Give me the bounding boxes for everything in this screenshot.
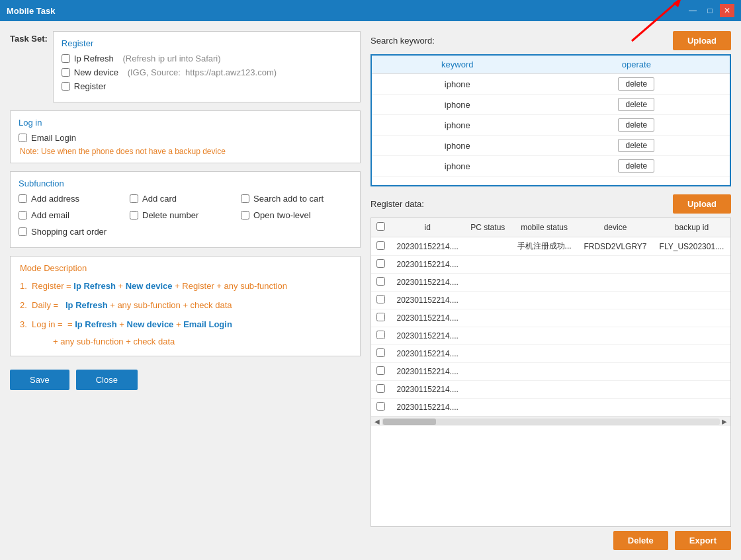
mode-item-1: 1. Register = Ip Refresh + New device + …: [20, 280, 351, 294]
maximize-button[interactable]: □: [703, 4, 717, 17]
title-bar: Mobile Task — □ ✕: [0, 0, 741, 21]
add-address-checkbox[interactable]: [19, 194, 27, 203]
register-table-body: 202301152214....手机注册成功...FRDSD2VLGRY7FLY…: [371, 237, 730, 417]
row-checkbox[interactable]: [376, 277, 385, 286]
row-checkbox[interactable]: [376, 295, 385, 303]
id-cell: 202301152214....: [390, 327, 464, 345]
add-card-checkbox[interactable]: [130, 194, 138, 203]
device-cell: [578, 256, 653, 274]
email-login-checkbox[interactable]: [19, 134, 27, 142]
select-all-checkbox[interactable]: [376, 222, 385, 231]
device-cell: [578, 292, 653, 309]
row-checkbox[interactable]: [376, 331, 385, 339]
mobile_status-cell: [511, 363, 578, 381]
row-checkbox-cell: [371, 256, 390, 274]
add-email-row: Add email: [19, 210, 130, 220]
delete-keyword-button[interactable]: delete: [618, 98, 654, 111]
device-cell: FRDSD2VLGRY7: [578, 237, 653, 256]
delete-button[interactable]: Delete: [613, 531, 668, 550]
pc_status-cell: [464, 345, 511, 363]
delete-keyword-button[interactable]: delete: [618, 118, 654, 132]
minimize-button[interactable]: —: [685, 4, 700, 17]
register-table-row: 202301152214....: [371, 327, 730, 345]
search-add-cart-row: Search add to cart: [241, 194, 352, 204]
delete-keyword-button[interactable]: delete: [618, 159, 654, 173]
pc_status-cell: [464, 381, 511, 399]
horizontal-scrollbar[interactable]: ◀ ▶: [371, 417, 730, 426]
row-checkbox-cell: [371, 363, 390, 381]
mode-title: Mode Description: [20, 263, 351, 273]
search-table-wrapper[interactable]: keyword operate iphonedeleteiphonedelete…: [370, 54, 731, 186]
delete-number-row: Delete number: [130, 210, 241, 220]
scroll-left-arrow[interactable]: ◀: [372, 418, 382, 425]
scroll-right-arrow[interactable]: ▶: [720, 418, 729, 425]
ip-refresh-hint: (Refresh ip url into Safari): [120, 54, 221, 63]
row-checkbox[interactable]: [376, 384, 385, 393]
register-table-wrapper[interactable]: id PC status mobile status device backup…: [370, 218, 731, 527]
operate-cell: delete: [543, 74, 730, 95]
ip-refresh-label: Ip Refresh: [74, 54, 114, 63]
row-checkbox[interactable]: [376, 402, 385, 411]
search-add-cart-label: Search add to cart: [253, 194, 324, 204]
device-cell: [578, 309, 653, 327]
close-button[interactable]: ✕: [720, 4, 734, 17]
add-address-row: Add address: [19, 194, 130, 204]
register-checkbox-row: Register: [62, 81, 352, 91]
new-device-row: New device (IGG, Source: https://apt.awz…: [62, 67, 352, 77]
keyword-cell: iphone: [372, 156, 543, 177]
search-label: Search keyword:: [370, 36, 435, 46]
operate-cell: delete: [543, 95, 730, 115]
shopping-cart-checkbox[interactable]: [19, 227, 27, 236]
new-device-label: New device: [74, 67, 118, 77]
row-checkbox[interactable]: [376, 259, 385, 268]
register-table-row: 202301152214....: [371, 345, 730, 363]
row-checkbox[interactable]: [376, 348, 385, 357]
backup_id-cell: [653, 309, 730, 327]
scroll-thumb[interactable]: [383, 419, 436, 425]
mobile_status-cell: [511, 309, 578, 327]
open-two-level-label: Open two-level: [253, 210, 311, 220]
register-data-label: Register data:: [370, 199, 424, 209]
operate-col-header: operate: [543, 56, 730, 74]
id-cell: 202301152214....: [390, 381, 464, 399]
row-checkbox-cell: [371, 274, 390, 292]
search-upload-button[interactable]: Upload: [673, 31, 731, 50]
add-card-label: Add card: [142, 194, 177, 204]
register-section: Register Ip Refresh (Refresh ip url into…: [53, 31, 361, 102]
register-checkbox[interactable]: [62, 82, 70, 91]
mode-item-3: 3. Log in = = Ip Refresh + New device + …: [20, 318, 351, 332]
pc_status-cell: [464, 256, 511, 274]
new-device-hint: (IGG, Source: https://apt.awz123.com): [125, 67, 277, 77]
backup_id-cell: [653, 363, 730, 381]
ip-refresh-checkbox[interactable]: [62, 54, 70, 63]
backup-id-col-header: backup id: [653, 218, 730, 237]
save-button[interactable]: Save: [10, 370, 69, 390]
id-cell: 202301152214....: [390, 256, 464, 274]
add-email-checkbox[interactable]: [19, 211, 27, 220]
login-note: Note: Use when the phone does not have a…: [20, 147, 352, 156]
mobile_status-cell: [511, 381, 578, 399]
add-email-label: Add email: [31, 210, 69, 220]
delete-number-checkbox[interactable]: [130, 211, 138, 220]
row-checkbox[interactable]: [376, 313, 385, 321]
add-card-row: Add card: [130, 194, 241, 204]
backup_id-cell: FLY_US202301....: [653, 237, 730, 256]
export-button[interactable]: Export: [675, 531, 731, 550]
delete-keyword-button[interactable]: delete: [618, 139, 654, 152]
open-two-level-checkbox[interactable]: [241, 211, 249, 220]
row-checkbox[interactable]: [376, 366, 385, 375]
new-device-checkbox[interactable]: [62, 68, 70, 77]
delete-keyword-button[interactable]: delete: [618, 77, 654, 91]
search-add-cart-checkbox[interactable]: [241, 194, 249, 203]
left-panel: Task Set: Register Ip Refresh (Refresh i…: [10, 31, 361, 550]
row-checkbox[interactable]: [376, 241, 385, 250]
close-left-button[interactable]: Close: [76, 370, 138, 390]
keyword-cell: iphone: [372, 74, 543, 95]
pc_status-cell: [464, 309, 511, 327]
register-upload-button[interactable]: Upload: [673, 194, 731, 214]
search-table-body: iphonedeleteiphonedeleteiphonedeleteipho…: [372, 74, 730, 177]
register-data-section: Register data: Upload id PC status mobil…: [370, 194, 731, 550]
scroll-track[interactable]: [382, 419, 720, 425]
pc_status-cell: [464, 237, 511, 256]
task-set-label: Task Set:: [10, 31, 48, 44]
